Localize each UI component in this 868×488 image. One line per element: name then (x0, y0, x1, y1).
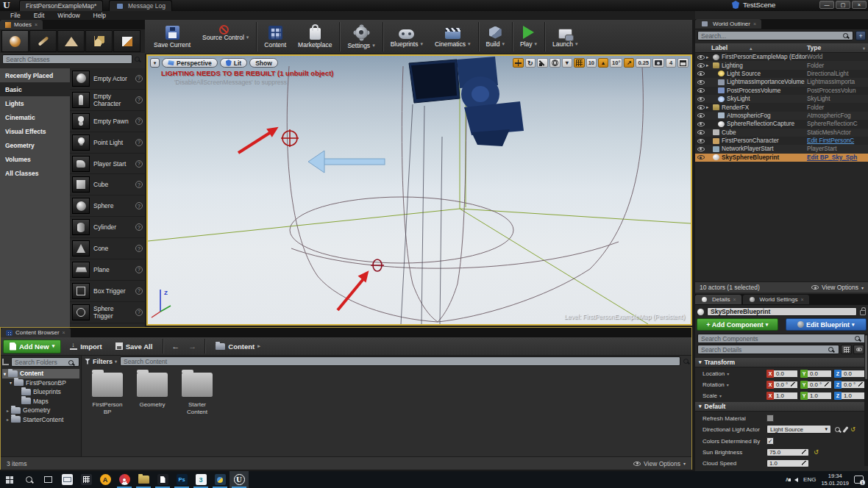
category-cinematic[interactable]: Cinematic (0, 110, 70, 124)
actor-name-field[interactable]: SkySphereBlueprint (707, 307, 857, 316)
visibility-eye-icon[interactable] (695, 97, 706, 101)
place-item[interactable]: Box Trigger? (70, 281, 145, 302)
column-label[interactable]: Label (695, 44, 728, 51)
place-item[interactable]: Cone? (70, 238, 145, 259)
tree-item-geometry[interactable]: Geometry (2, 406, 79, 415)
outliner-search-input[interactable] (697, 31, 853, 40)
help-icon[interactable]: ? (135, 160, 143, 168)
search-components-input[interactable] (697, 334, 866, 343)
dial-icon[interactable] (825, 382, 829, 387)
camera-speed-button[interactable] (652, 58, 664, 68)
category-lights[interactable]: Lights (0, 96, 70, 110)
unreal-app-button[interactable]: U (230, 471, 249, 488)
menu-help[interactable]: Help (88, 12, 112, 19)
help-icon[interactable]: ? (135, 287, 143, 295)
photoshop-app-button[interactable]: Ps (172, 471, 191, 488)
rotate-tool-button[interactable] (525, 58, 536, 68)
visibility-eye-icon[interactable] (695, 113, 706, 118)
default-section-header[interactable]: Default (695, 402, 865, 412)
expand-icon[interactable] (706, 104, 711, 110)
visibility-eye-icon[interactable] (695, 63, 706, 68)
category-recently-placed[interactable]: Recently Placed (0, 68, 70, 82)
place-item[interactable]: Empty Actor? (70, 68, 145, 90)
scale-tool-button[interactable] (537, 58, 548, 68)
place-item[interactable]: Sphere Trigger? (70, 302, 145, 323)
taskbar-search-button[interactable] (19, 471, 38, 488)
close-button[interactable] (852, 1, 867, 9)
translate-tool-button[interactable] (513, 58, 524, 68)
outliner-row[interactable]: PostProcessVolumePostProcessVolun (695, 87, 868, 95)
save-all-button[interactable]: Save All (111, 340, 157, 354)
tab-content-browser[interactable]: Content Browser (1, 328, 71, 337)
notification-icon[interactable]: 1 (854, 476, 864, 484)
visibility-eye-icon[interactable] (695, 105, 706, 110)
location-y-field[interactable]: 0.0 (808, 370, 832, 378)
perspective-button[interactable]: Perspective (162, 58, 218, 68)
visibility-eye-icon[interactable] (695, 147, 706, 151)
asset-folder-firstpersonbp[interactable]: FirstPerson BP (88, 373, 127, 416)
help-icon[interactable]: ? (135, 202, 143, 209)
tab-map[interactable]: FirstPersonExampleMap* (19, 0, 103, 11)
visibility-eye-icon[interactable] (695, 130, 706, 134)
close-icon[interactable] (800, 297, 803, 302)
directional-light-dropdown[interactable]: Light Source (766, 425, 831, 434)
place-item[interactable]: Empty Character? (70, 90, 145, 111)
lit-button[interactable]: Lit (220, 58, 247, 68)
tree-item-blueprints[interactable]: Blueprints (2, 387, 79, 397)
viewport[interactable]: Z Perspective Lit Show 10 10° 0.25 4 LIG… (146, 54, 692, 326)
language-indicator[interactable]: ENG (803, 476, 816, 483)
grid-snap-toggle[interactable] (574, 58, 585, 68)
column-type[interactable]: Type (807, 44, 821, 51)
sun-brightness-field[interactable]: 75.0 (766, 448, 809, 456)
outliner-row[interactable]: RenderFXFolder (695, 103, 868, 111)
close-icon[interactable] (753, 21, 756, 26)
chevron-down-icon[interactable] (863, 46, 865, 51)
viewport-options-button[interactable] (150, 58, 160, 68)
back-button[interactable] (169, 342, 182, 351)
surface-snap-button[interactable] (562, 58, 572, 68)
mail-app-button[interactable] (57, 471, 77, 488)
maximize-viewport-button[interactable] (677, 58, 689, 68)
browse-icon[interactable] (835, 427, 840, 432)
category-all-classes[interactable]: All Classes (0, 166, 70, 180)
task-view-button[interactable] (38, 471, 57, 488)
cloud-speed-field[interactable]: 1.0 (766, 459, 809, 467)
colors-determined-checkbox[interactable] (766, 437, 774, 445)
mode-geometry-button[interactable] (113, 30, 140, 52)
visibility-eye-icon[interactable] (695, 80, 706, 85)
close-icon[interactable] (35, 22, 38, 27)
tree-item-firstpersonbp[interactable]: FirstPersonBP (2, 378, 79, 388)
outliner-row[interactable]: AtmosphericFogAtmosphericFog (695, 112, 868, 120)
browser-app-button[interactable] (115, 471, 134, 488)
tab-details[interactable]: Details (695, 295, 741, 304)
notes-app-button[interactable] (153, 471, 172, 488)
tree-item-startercontent[interactable]: StarterContent (2, 415, 79, 425)
tab-message-log[interactable]: Message Log (109, 0, 172, 11)
import-button[interactable]: Import (65, 340, 107, 354)
add-new-button[interactable]: Add New (3, 340, 61, 354)
details-scrollbar[interactable] (864, 334, 868, 466)
location-x-field[interactable]: 0.0 (774, 370, 798, 378)
help-icon[interactable]: ? (135, 75, 143, 82)
filters-button[interactable]: Filters (85, 358, 117, 365)
help-icon[interactable]: ? (135, 139, 143, 146)
add-actor-button[interactable]: + (855, 31, 866, 40)
category-volumes[interactable]: Volumes (0, 152, 70, 166)
breadcrumb[interactable]: Content (211, 340, 264, 354)
source-control-button[interactable]: Source Control (196, 31, 255, 43)
help-icon[interactable]: ? (135, 96, 143, 104)
scale-x-field[interactable]: 1.0 (774, 392, 798, 400)
place-item[interactable]: Cube? (70, 174, 145, 195)
world-local-toggle[interactable] (549, 58, 561, 68)
place-item[interactable]: Plane? (70, 259, 145, 281)
expand-icon[interactable] (706, 54, 711, 60)
outliner-row[interactable]: SkyLightSkyLight (695, 95, 868, 103)
dial-icon[interactable] (802, 450, 806, 454)
rotation-snap-value[interactable]: 10° (610, 58, 622, 68)
tree-item-maps[interactable]: Maps (2, 397, 79, 406)
taskbar-clock[interactable]: 19:3415.01.2019 (821, 473, 849, 487)
place-item[interactable]: Empty Pawn? (70, 111, 145, 132)
video-app-button[interactable] (77, 471, 96, 488)
lock-icon[interactable] (860, 310, 866, 315)
save-current-button[interactable]: Save Current (148, 24, 196, 50)
